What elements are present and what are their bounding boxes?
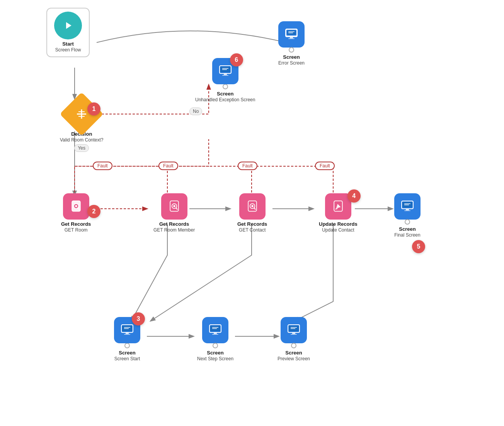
fault-label-3: Fault [238, 162, 257, 170]
svg-line-35 [175, 208, 177, 210]
svg-point-30 [75, 205, 77, 207]
screen-start-node[interactable]: 3 Screen Screen Start [114, 317, 140, 361]
final-screen-sublabel: Final Screen [394, 232, 420, 238]
fault-label-1: Fault [93, 162, 112, 170]
badge-6: 6 [230, 53, 243, 66]
get-room-member-node[interactable]: Get Records GET Room Member [153, 193, 195, 233]
get-room-node[interactable]: Get Records GET Room [61, 193, 91, 233]
svg-rect-23 [224, 74, 227, 75]
fault-label-2: Fault [158, 162, 178, 170]
final-screen-node[interactable]: 5 Screen Final Screen [394, 193, 421, 238]
no-label: No [189, 107, 202, 115]
flow-canvas: Start Screen Flow Screen Error Screen [0, 0, 504, 426]
unhandled-exception-node[interactable]: 6 Screen Unhandled Exception Screen [195, 58, 255, 102]
svg-rect-64 [291, 334, 297, 335]
badge-5: 5 [412, 240, 425, 253]
yes-label: Yes [74, 144, 89, 152]
next-step-screen-node[interactable]: Screen Next Step Screen [197, 317, 233, 361]
svg-rect-52 [124, 334, 130, 335]
svg-rect-24 [222, 75, 228, 76]
svg-rect-46 [404, 210, 410, 211]
get-room-member-label: Get Records [159, 221, 189, 227]
svg-marker-8 [66, 22, 72, 29]
get-room-member-sublabel: GET Room Member [153, 227, 195, 233]
next-step-sublabel: Next Step Screen [197, 356, 233, 361]
screen-start-box: 3 [114, 317, 140, 343]
svg-point-38 [251, 205, 253, 207]
preview-screen-box [281, 317, 307, 343]
unhandled-connector [223, 84, 228, 89]
update-contact-label: Update Records [319, 221, 358, 227]
error-screen-sublabel: Error Screen [278, 60, 305, 66]
svg-rect-12 [290, 37, 293, 38]
svg-rect-63 [292, 333, 295, 334]
final-screen-connector [405, 219, 410, 225]
unhandled-sublabel: Unhandled Exception Screen [195, 97, 255, 102]
screen-start-connector [124, 343, 130, 348]
svg-line-42 [335, 208, 337, 209]
preview-connector [291, 343, 296, 348]
get-contact-sublabel: GET Contact [239, 227, 266, 233]
get-contact-box [239, 193, 266, 220]
start-label: Start [62, 41, 74, 47]
preview-sublabel: Preview Screen [278, 356, 310, 361]
get-room-label: Get Records [61, 221, 91, 227]
svg-rect-13 [288, 38, 295, 39]
badge-4: 4 [347, 189, 361, 203]
error-screen-connector [289, 47, 294, 53]
start-sublabel: Screen Flow [55, 47, 81, 53]
svg-rect-51 [126, 333, 129, 334]
next-step-screen-box [202, 317, 228, 343]
get-room-member-box [161, 193, 187, 220]
start-node[interactable]: Start Screen Flow [46, 8, 90, 57]
screen-start-label: Screen [119, 350, 135, 356]
badge-3: 3 [132, 312, 145, 325]
error-screen-node[interactable]: Screen Error Screen [278, 21, 305, 66]
start-box: Start Screen Flow [46, 8, 90, 57]
unhandled-exception-box: 6 [212, 58, 238, 84]
svg-point-34 [173, 205, 175, 207]
get-room-box [63, 193, 89, 220]
badge-1: 1 [87, 102, 100, 116]
next-step-connector [213, 343, 218, 348]
svg-rect-58 [212, 334, 218, 335]
unhandled-label: Screen [217, 91, 233, 97]
update-contact-sublabel: Update Contact [322, 227, 354, 233]
get-room-sublabel: GET Room [65, 227, 88, 233]
error-screen-box [278, 21, 305, 48]
fault-label-4: Fault [315, 162, 335, 170]
next-step-label: Screen [207, 350, 223, 356]
start-circle [54, 12, 82, 39]
svg-rect-57 [214, 333, 217, 334]
svg-line-39 [254, 208, 255, 210]
final-screen-label: Screen [399, 226, 415, 232]
badge-2: 2 [87, 205, 100, 218]
final-screen-box [394, 193, 421, 220]
preview-screen-node[interactable]: Screen Preview Screen [278, 317, 310, 361]
svg-rect-45 [406, 209, 409, 210]
error-screen-label: Screen [283, 54, 300, 60]
decision-sublabel: Valid Room Context? [60, 137, 104, 143]
update-contact-node[interactable]: 4 Update Records Update Contact [319, 193, 358, 233]
get-contact-node[interactable]: Get Records GET Contact [237, 193, 267, 233]
get-contact-label: Get Records [237, 221, 267, 227]
screen-start-sublabel: Screen Start [114, 356, 140, 361]
preview-label: Screen [285, 350, 302, 356]
